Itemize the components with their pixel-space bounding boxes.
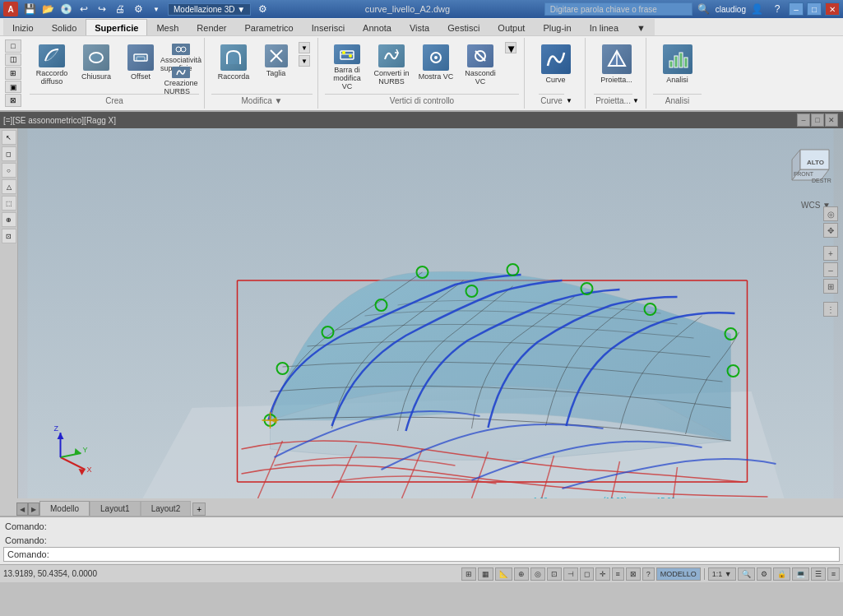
workspace-settings-button[interactable]: ⚙ xyxy=(254,2,271,16)
estendi-button[interactable]: ▼ xyxy=(299,42,310,53)
tab-render[interactable]: Render xyxy=(188,19,235,35)
curve-dropdown[interactable]: ▼ xyxy=(566,97,572,104)
associativita-button[interactable]: Associatività superficie xyxy=(164,41,197,63)
lt-btn-7[interactable]: ⊡ xyxy=(2,229,16,243)
dropdown-button[interactable]: ▼ xyxy=(148,2,164,16)
lt-btn-1[interactable]: ↖ xyxy=(2,130,16,145)
nav-more-button[interactable]: ⋮ xyxy=(823,302,838,317)
tab-parametrico[interactable]: Parametrico xyxy=(235,19,302,35)
creazione-nurbs-button[interactable]: Creazione NURBS xyxy=(164,64,197,86)
grid-btn[interactable]: ▦ xyxy=(478,567,493,581)
tab-inizio[interactable]: Inizio xyxy=(3,19,43,35)
anno-btn[interactable]: 🔍 xyxy=(738,567,755,581)
orbit-button[interactable]: ◎ xyxy=(823,206,838,221)
tab-output[interactable]: Output xyxy=(489,19,534,35)
redo-button[interactable]: ↪ xyxy=(94,2,110,16)
tp-btn[interactable]: ⊠ xyxy=(626,567,641,581)
workspace-selector[interactable]: Modellazione 3D ▼ xyxy=(168,3,251,16)
viewport-close-button[interactable]: ✕ xyxy=(825,113,838,127)
new-button[interactable]: 💾 xyxy=(21,2,38,16)
search-input[interactable] xyxy=(544,2,692,16)
open-button[interactable]: 📂 xyxy=(39,2,56,16)
lt-btn-2[interactable]: ◻ xyxy=(2,146,16,161)
osnap-btn[interactable]: ◎ xyxy=(530,567,545,581)
tab-inserisci[interactable]: Inserisci xyxy=(303,19,354,35)
save-button[interactable]: 💿 xyxy=(58,2,74,16)
tool-btn-5[interactable]: ⊠ xyxy=(5,94,21,107)
tab-mesh[interactable]: Mesh xyxy=(147,19,188,35)
tab-vista[interactable]: Vista xyxy=(401,19,438,35)
zoom-in-button[interactable]: + xyxy=(823,246,838,261)
ducs-btn[interactable]: ◻ xyxy=(580,567,594,581)
info-button[interactable]: ? xyxy=(769,2,785,16)
tab-more[interactable]: ▼ xyxy=(628,19,655,35)
nascondi-vc-button[interactable]: Nascondi VC xyxy=(460,41,501,89)
search-icon[interactable]: 🔍 xyxy=(696,2,712,16)
3dosnap-btn[interactable]: ⊡ xyxy=(547,567,562,581)
ortho-btn[interactable]: 📐 xyxy=(495,567,512,581)
chiusura-button[interactable]: Chiusura xyxy=(76,41,117,89)
tool-btn-1[interactable]: □ xyxy=(5,39,21,53)
proietta-button[interactable]: Proietta... xyxy=(594,41,639,89)
workspace-btn[interactable]: ⚙ xyxy=(757,567,771,581)
tab-layout2[interactable]: Layout2 xyxy=(141,501,192,516)
tab-inline[interactable]: In linea xyxy=(581,19,628,35)
proietta-dropdown[interactable]: ▼ xyxy=(632,97,639,104)
qp-btn[interactable]: ? xyxy=(642,567,655,581)
tab-layout1[interactable]: Layout1 xyxy=(90,501,141,516)
tool-btn-4[interactable]: ▣ xyxy=(5,81,21,94)
taglia-button[interactable]: Taglia xyxy=(257,41,294,86)
viewcube[interactable]: ALTO FRONT DESTR xyxy=(776,135,833,192)
tab-gestisci[interactable]: Gestisci xyxy=(438,19,489,35)
barra-modifica-vc-button[interactable]: Barra di modifica VC xyxy=(327,41,368,89)
vc-more-button[interactable]: ▼ xyxy=(505,42,516,53)
tab-prev-button[interactable]: ◀ xyxy=(16,503,28,516)
viewport-minimize-button[interactable]: – xyxy=(797,113,810,127)
tab-plugin[interactable]: Plug-in xyxy=(534,19,580,35)
lock-ui-btn[interactable]: 🔒 xyxy=(773,567,790,581)
mostra-vc-button[interactable]: Mostra VC xyxy=(415,41,456,89)
maximize-button[interactable]: □ xyxy=(807,2,822,16)
raccorda-button[interactable]: Raccorda xyxy=(213,41,254,89)
tab-superficie[interactable]: Superficie xyxy=(86,19,147,35)
lt-btn-6[interactable]: ⊕ xyxy=(2,212,16,227)
snap-btn[interactable]: ⊞ xyxy=(461,567,476,581)
scale-btn[interactable]: 1:1 ▼ xyxy=(708,567,736,581)
converti-nurbs-button[interactable]: Converti in NURBS xyxy=(371,41,412,89)
statusbar-menu-btn[interactable]: ≡ xyxy=(827,567,840,581)
viewport-restore-button[interactable]: □ xyxy=(811,113,824,127)
properties-button[interactable]: ⚙ xyxy=(130,2,146,16)
polar-btn[interactable]: ⊕ xyxy=(514,567,529,581)
command-input-area[interactable]: Comando: xyxy=(3,547,840,562)
lt-btn-3[interactable]: ○ xyxy=(2,163,16,178)
command-input[interactable] xyxy=(49,549,836,559)
modifica-dropdown-icon[interactable]: ▼ xyxy=(275,96,283,105)
analisi-button[interactable]: Analisi xyxy=(655,41,700,89)
dynmode-btn[interactable]: ✛ xyxy=(595,567,610,581)
curve-button[interactable]: Curve xyxy=(533,41,578,89)
close-button[interactable]: ✕ xyxy=(825,2,840,16)
tab-annota[interactable]: Annota xyxy=(354,19,401,35)
tab-next-button[interactable]: ▶ xyxy=(28,503,39,516)
offset-button[interactable]: Offset xyxy=(120,41,161,89)
3d-viewport[interactable]: (13.50) 14.00 (16.00) 15.00 25.66 1.00 (… xyxy=(18,128,843,498)
undo-button[interactable]: ↩ xyxy=(76,2,92,16)
tab-solido[interactable]: Solido xyxy=(43,19,86,35)
lt-btn-4[interactable]: △ xyxy=(2,179,16,194)
otrack-btn[interactable]: ⊣ xyxy=(563,567,578,581)
tool-btn-2[interactable]: ◫ xyxy=(5,53,21,67)
user-icon[interactable]: 👤 xyxy=(749,2,766,16)
toolbar-btn[interactable]: ☰ xyxy=(811,567,826,581)
hardware-btn[interactable]: 💻 xyxy=(792,567,809,581)
tool-btn-3[interactable]: ⊞ xyxy=(5,67,21,80)
raccordo-diffuso-button[interactable]: Raccordo diffuso xyxy=(31,41,72,89)
lt-btn-5[interactable]: ⬚ xyxy=(2,196,16,211)
print-button[interactable]: 🖨 xyxy=(112,2,128,16)
minimize-button[interactable]: – xyxy=(789,2,804,16)
tab-modello[interactable]: Modello xyxy=(39,501,90,516)
pan-button[interactable]: ✥ xyxy=(823,223,838,238)
add-layout-button[interactable]: + xyxy=(192,503,206,516)
lw-btn[interactable]: ≡ xyxy=(612,567,624,581)
zoom-extent-button[interactable]: ⊞ xyxy=(823,279,838,294)
ritaglia-button[interactable]: ▼ xyxy=(299,55,310,67)
